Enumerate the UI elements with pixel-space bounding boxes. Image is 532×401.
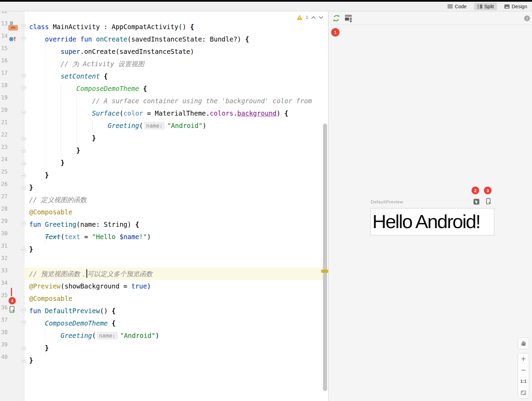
code-line-26[interactable]: 26 } (0, 181, 328, 193)
code-text[interactable] (29, 255, 328, 268)
code-line-25[interactable]: 25 } (0, 169, 328, 181)
zoom-in-button[interactable]: + (518, 353, 529, 365)
chevron-down-icon[interactable] (319, 16, 323, 19)
code-line-33[interactable]: 33// 预览视图函数，可以定义多个预览函数 (0, 268, 328, 280)
code-text[interactable]: } (29, 144, 328, 156)
code-text[interactable]: setContent { (29, 70, 328, 82)
fold-open-marker[interactable] (21, 222, 26, 227)
class-mapping-icon[interactable]: <> (8, 22, 19, 32)
code-text[interactable]: override fun onCreate(savedInstanceState… (29, 33, 328, 45)
code-text[interactable]: } (29, 181, 328, 193)
code-text[interactable]: // A surface container using the 'backgr… (29, 95, 328, 107)
fold-open-marker[interactable] (21, 111, 26, 116)
fold-close-marker[interactable] (21, 247, 26, 251)
code-line-37[interactable]: 37 ComposeDemoTheme { (0, 317, 328, 329)
code-line-35[interactable]: 35@Composable (0, 292, 328, 305)
pan-tool-button[interactable] (518, 338, 529, 349)
code-line-19[interactable]: 19 // A surface container using the 'bac… (0, 95, 328, 107)
code-text[interactable]: } (29, 342, 328, 354)
code-line-30[interactable]: 30 Text(text = "Hello $name!") (0, 231, 328, 243)
changed-lines-marker (11, 288, 12, 296)
run-preview-icon[interactable] (8, 306, 19, 316)
code-line-22[interactable]: 22 } (0, 132, 328, 144)
chevron-up-icon[interactable] (311, 16, 316, 19)
code-text[interactable]: Surface(color = MaterialTheme.colors.bac… (29, 107, 328, 119)
fold-close-marker[interactable] (21, 345, 26, 350)
fold-close-marker[interactable] (21, 358, 26, 363)
tab-design[interactable]: Design (501, 3, 530, 10)
error-exclamation-icon[interactable]: ! (524, 15, 530, 21)
code-text[interactable]: fun Greeting(name: String) { (29, 218, 328, 231)
code-text[interactable]: // 为 Activity 设置视图 (29, 58, 328, 70)
code-text[interactable]: } (29, 169, 328, 181)
code-text[interactable]: // 定义视图的函数 (29, 193, 328, 206)
xml-code-badge: <> (8, 25, 18, 31)
code-line-17[interactable]: 17 setContent { (0, 70, 328, 82)
code-line-39[interactable]: 39 } (0, 342, 328, 354)
code-line-27[interactable]: 27// 定义视图的函数 (0, 193, 328, 206)
zoom-out-button[interactable]: − (518, 365, 529, 376)
code-line-21[interactable]: 21 Greeting(name:"Android") (0, 119, 328, 132)
fold-close-marker[interactable] (21, 173, 26, 177)
code-text[interactable]: class MainActivity : AppCompatActivity()… (29, 21, 328, 33)
preview-canvas[interactable]: Hello Android! (370, 208, 494, 235)
fold-open-marker[interactable] (21, 37, 26, 42)
code-line-20[interactable]: 20 Surface(color = MaterialTheme.colors.… (0, 107, 328, 119)
refresh-icon[interactable] (332, 14, 340, 22)
code-text[interactable]: // 预览视图函数，可以定义多个预览函数 (29, 268, 328, 280)
code-line-31[interactable]: 31 } (0, 243, 328, 255)
code-text[interactable]: Greeting(name:"Android") (29, 329, 328, 342)
code-text[interactable]: } (29, 243, 328, 255)
fold-open-marker[interactable] (21, 321, 26, 326)
code-text[interactable]: super.onCreate(savedInstanceState) (29, 45, 328, 58)
code-line-23[interactable]: 23 } (0, 144, 328, 156)
tab-code[interactable]: Code (444, 3, 470, 10)
code-text[interactable] (29, 11, 328, 21)
code-text[interactable]: Text(text = "Hello $name!") (29, 231, 328, 243)
code-line-32[interactable]: 32 (0, 255, 328, 268)
code-text[interactable]: @Composable (29, 292, 328, 305)
zoom-actual-button[interactable]: 1:1 (518, 376, 529, 387)
code-line-34[interactable]: 34@Preview(showBackground = true) (0, 280, 328, 292)
code-text[interactable]: @Composable (29, 206, 328, 218)
zoom-fit-button[interactable] (518, 387, 529, 398)
code-line-24[interactable]: 24 } (0, 156, 328, 169)
fold-close-marker[interactable] (21, 160, 26, 165)
code-line-13[interactable]: 13 <> class MainActivity : AppCompatActi… (0, 21, 328, 33)
code-line-29[interactable]: 29 fun Greeting(name: String) { (0, 218, 328, 231)
code-text[interactable]: ComposeDemoTheme { (29, 317, 328, 329)
fold-open-marker[interactable] (21, 308, 26, 313)
fold-close-marker[interactable] (21, 148, 26, 153)
code-text[interactable]: @Preview(showBackground = true) (29, 280, 328, 292)
code-text[interactable]: Greeting(name:"Android") (29, 119, 328, 132)
code-text[interactable]: } (29, 156, 328, 169)
code-text[interactable]: } (29, 354, 328, 366)
preview-group-label[interactable]: DefaultPreview (371, 199, 403, 204)
code-line-12[interactable]: 12 (0, 11, 328, 21)
fold-open-marker[interactable] (21, 24, 26, 29)
design-image-icon (504, 4, 510, 9)
fold-close-marker[interactable] (21, 135, 26, 140)
editor-scrollbar[interactable] (323, 123, 327, 391)
interactive-preview-icon[interactable] (473, 198, 480, 205)
fold-close-marker[interactable] (21, 185, 26, 190)
code-line-28[interactable]: 28@Composable (0, 206, 328, 218)
code-line-38[interactable]: 38 Greeting(name:"Android") (0, 329, 328, 342)
code-text[interactable]: } (29, 132, 328, 144)
scrollbar-warning-mark[interactable] (321, 270, 328, 273)
code-editor[interactable]: 1213 <> class MainActivity : AppCompatAc… (0, 11, 328, 401)
run-on-device-icon[interactable] (485, 198, 492, 205)
fold-open-marker[interactable] (21, 86, 26, 91)
tab-split[interactable]: Split (474, 3, 497, 10)
overrides-method-icon[interactable] (8, 34, 19, 44)
layout-variant-icon[interactable] (345, 14, 353, 23)
code-line-15[interactable]: 15 super.onCreate(savedInstanceState) (0, 45, 328, 58)
code-line-16[interactable]: 16 // 为 Activity 设置视图 (0, 58, 328, 70)
code-line-36[interactable]: 36 fun DefaultPreview() { (0, 305, 328, 317)
code-line-40[interactable]: 40 } (0, 354, 328, 366)
code-line-18[interactable]: 18 ComposeDemoTheme { (0, 82, 328, 95)
code-text[interactable]: fun DefaultPreview() { (29, 305, 328, 317)
fold-open-marker[interactable] (21, 74, 26, 79)
code-text[interactable]: ComposeDemoTheme { (29, 82, 328, 95)
code-line-14[interactable]: 14 override fun onCreate(savedInstanceSt… (0, 33, 328, 45)
